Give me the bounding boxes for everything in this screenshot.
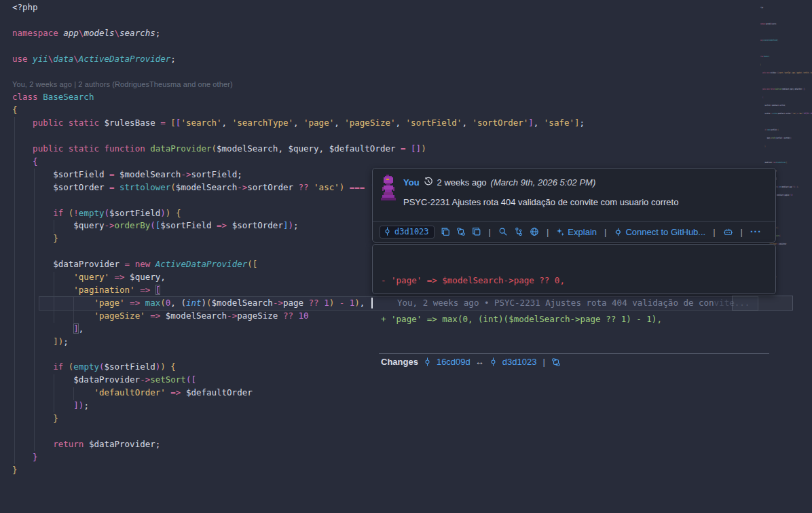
toolbar-divider: | bbox=[487, 227, 492, 237]
minimap-line: $query->orderBy([$sortField => $sortOrde… bbox=[760, 134, 783, 142]
commit-sha: d3d1023 bbox=[394, 227, 429, 236]
code-line[interactable]: use yii\data\ActiveDataProvider; bbox=[12, 53, 585, 66]
minimap-line: { bbox=[760, 93, 783, 101]
code-line[interactable] bbox=[12, 66, 585, 79]
code-line[interactable] bbox=[12, 130, 585, 143]
code-line[interactable]: { bbox=[12, 104, 585, 117]
diff-removed-line: - 'page' => $modelSearch->page ?? 0, bbox=[381, 274, 767, 287]
toolbar-divider: | bbox=[712, 227, 716, 237]
explain-label: Explain bbox=[568, 227, 597, 237]
minimap-line: public static $rulesBase = [['search', '… bbox=[760, 69, 783, 77]
code-line[interactable] bbox=[12, 14, 585, 27]
open-in-editor-icon[interactable] bbox=[472, 227, 481, 236]
commit-details-section: You 2 weeks ago (March 9th, 2026 5:02 PM… bbox=[372, 168, 776, 243]
code-line[interactable]: { bbox=[12, 156, 585, 169]
gitlens-hover-popup: You 2 weeks ago (March 9th, 2026 5:02 PM… bbox=[372, 168, 776, 294]
codelens-blame[interactable]: You, 2 weeks ago | 2 authors (RodriguesT… bbox=[12, 78, 585, 91]
code-line[interactable]: public static function dataProvider($mod… bbox=[12, 143, 585, 156]
toolbar-divider: | bbox=[545, 227, 550, 237]
code-line[interactable] bbox=[12, 425, 585, 438]
diff-preview: - 'page' => $modelSearch->page ?? 0, + '… bbox=[379, 248, 769, 354]
connect-github-button[interactable]: Connect to GitHub... bbox=[614, 227, 705, 237]
minimap-line: $sortOrder = strtolower($modelSearch->so… bbox=[760, 109, 783, 118]
code-line[interactable]: } bbox=[12, 464, 585, 477]
code-line[interactable]: } bbox=[12, 451, 585, 464]
open-remote-icon[interactable] bbox=[530, 227, 539, 236]
minimap-line: { bbox=[760, 60, 783, 69]
minimap-line: $dataProvider = new ActiveDataProvider([ bbox=[760, 158, 783, 166]
diff-added-line: + 'page' => max(0, (int)($modelSearch->p… bbox=[381, 313, 767, 325]
open-changes-icon[interactable] bbox=[551, 357, 561, 367]
minimap-line bbox=[760, 118, 783, 126]
changes-divider: | bbox=[541, 357, 546, 367]
minimap-line: namespace app\models\searchs; bbox=[760, 20, 783, 28]
minimap-line bbox=[760, 77, 783, 85]
compare-arrow: ↔ bbox=[475, 357, 484, 367]
minimap-line bbox=[760, 12, 783, 20]
minimap-line: $sortField = $modelSearch->sortField; bbox=[760, 101, 783, 109]
more-actions-button[interactable]: ··· bbox=[750, 226, 762, 237]
sha-from-link[interactable]: 16cd09d bbox=[437, 357, 470, 367]
commit-message: PSYC-2231 Ajustes rota 404 validação de … bbox=[403, 197, 678, 207]
code-line[interactable]: 'defaultOrder' => $defaultOrder bbox=[12, 387, 585, 400]
commit-time: 2 weeks ago bbox=[437, 177, 487, 188]
gitkraken-icon[interactable] bbox=[723, 228, 733, 236]
minimap-line: <?php bbox=[760, 3, 783, 12]
minimap-line bbox=[760, 44, 783, 52]
toolbar-divider: | bbox=[603, 227, 608, 237]
minimap-line bbox=[760, 28, 783, 36]
search-commit-icon[interactable] bbox=[498, 227, 508, 236]
minimap-line: public static function dataProvider($mod… bbox=[760, 85, 783, 93]
explain-button[interactable]: Explain bbox=[556, 227, 597, 237]
copy-icon[interactable] bbox=[441, 227, 450, 236]
history-icon bbox=[424, 177, 433, 188]
commit-changes-section: - 'page' => $modelSearch->page ?? 0, + '… bbox=[372, 244, 776, 294]
minimap-line: } bbox=[760, 142, 783, 150]
code-line[interactable]: public static $rulesBase = [['search', '… bbox=[12, 117, 585, 130]
commit-graph-icon[interactable] bbox=[514, 227, 523, 236]
commit-date: (March 9th, 2026 5:02 PM) bbox=[491, 177, 596, 188]
avatar bbox=[380, 175, 397, 200]
minimap-line bbox=[760, 150, 783, 158]
sha-to-link[interactable]: d3d1023 bbox=[502, 357, 537, 367]
code-line[interactable]: } bbox=[12, 412, 585, 425]
commit-author[interactable]: You bbox=[403, 177, 420, 188]
commit-sha-button[interactable]: d3d1023 bbox=[380, 226, 435, 238]
code-line[interactable] bbox=[12, 40, 585, 53]
compare-working-icon[interactable] bbox=[456, 227, 466, 236]
minimap-line: if (!empty($sortField)) { bbox=[760, 126, 783, 134]
minimap-line: class BaseSearch bbox=[760, 52, 783, 60]
minimap-line: use yii\data\ActiveDataProvider; bbox=[760, 36, 783, 44]
code-line[interactable]: $dataProvider->setSort([ bbox=[12, 374, 585, 387]
text-cursor bbox=[371, 298, 373, 308]
code-line[interactable]: return $dataProvider; bbox=[12, 438, 585, 451]
code-line[interactable]: class BaseSearch bbox=[12, 91, 585, 104]
changes-row: Changes 16cd09d ↔ d3d1023 | bbox=[373, 354, 775, 367]
code-line[interactable]: ]); bbox=[12, 400, 585, 412]
connect-github-label: Connect to GitHub... bbox=[625, 227, 705, 237]
commit-actions-toolbar: d3d1023 | | Explain bbox=[373, 221, 775, 242]
code-line[interactable]: namespace app\models\searchs; bbox=[12, 27, 585, 40]
toolbar-divider: | bbox=[739, 227, 744, 237]
changes-label: Changes bbox=[381, 357, 418, 367]
code-line[interactable]: <?php bbox=[12, 1, 585, 14]
